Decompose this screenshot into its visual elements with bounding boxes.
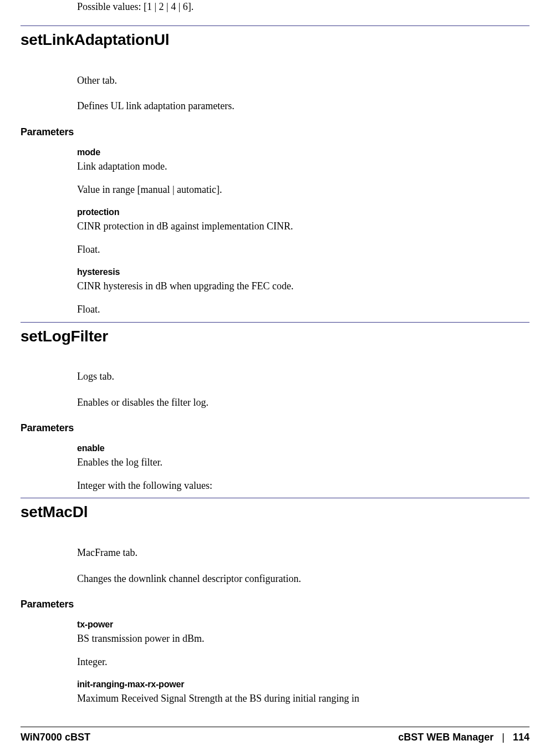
parameters-heading: Parameters bbox=[21, 421, 529, 435]
param-desc: Maximum Received Signal Strength at the … bbox=[77, 692, 524, 705]
param-type: Integer. bbox=[77, 655, 524, 668]
section-tab-line: Logs tab. bbox=[77, 370, 524, 383]
param-desc: CINR protection in dB against implementa… bbox=[77, 219, 524, 233]
section-rule bbox=[21, 498, 529, 498]
footer-left: WiN7000 cBST bbox=[21, 731, 90, 744]
param-name-protection: protection bbox=[77, 206, 524, 218]
param-type: Value in range [manual | automatic]. bbox=[77, 183, 524, 196]
section-tab-line: Other tab. bbox=[77, 74, 524, 87]
param-name-enable: enable bbox=[77, 442, 524, 454]
section-tab-line: MacFrame tab. bbox=[77, 546, 524, 559]
section-desc-line: Defines UL link adaptation parameters. bbox=[77, 99, 524, 113]
section-rule bbox=[21, 322, 529, 323]
param-desc: Link adaptation mode. bbox=[77, 160, 524, 173]
param-type: Integer with the following values: bbox=[77, 479, 524, 492]
footer-page-number: 114 bbox=[513, 732, 529, 743]
footer-right: cBST WEB Manager | 114 bbox=[398, 731, 529, 744]
section-heading-setlinkadaptationul: setLinkAdaptationUl bbox=[21, 29, 529, 50]
parameters-heading: Parameters bbox=[21, 125, 529, 139]
section-desc-line: Enables or disables the filter log. bbox=[77, 396, 524, 409]
param-name-mode: mode bbox=[77, 146, 524, 159]
param-desc: BS transmission power in dBm. bbox=[77, 632, 524, 645]
section-desc-line: Changes the downlink channel descriptor … bbox=[77, 572, 524, 585]
param-name-tx-power: tx-power bbox=[77, 619, 524, 631]
param-type: Float. bbox=[77, 303, 524, 316]
footer-rule bbox=[21, 727, 529, 727]
page-footer: WiN7000 cBST cBST WEB Manager | 114 bbox=[21, 727, 529, 744]
section-heading-setlogfilter: setLogFilter bbox=[21, 326, 529, 347]
param-desc: CINR hysteresis in dB when upgrading the… bbox=[77, 279, 524, 293]
possible-values-text: Possible values: [1 | 2 | 4 | 6]. bbox=[77, 0, 524, 13]
parameters-heading: Parameters bbox=[21, 597, 529, 611]
footer-separator: | bbox=[496, 732, 510, 743]
page: Possible values: [1 | 2 | 4 | 6]. setLin… bbox=[0, 0, 550, 756]
section-heading-setmacdl: setMacDl bbox=[21, 502, 529, 523]
param-name-init-ranging-max-rx-power: init-ranging-max-rx-power bbox=[77, 678, 524, 691]
param-name-hysteresis: hysteresis bbox=[77, 266, 524, 278]
param-desc: Enables the log filter. bbox=[77, 456, 524, 469]
footer-right-label: cBST WEB Manager bbox=[398, 732, 493, 743]
section-rule bbox=[21, 25, 529, 26]
param-type: Float. bbox=[77, 243, 524, 256]
